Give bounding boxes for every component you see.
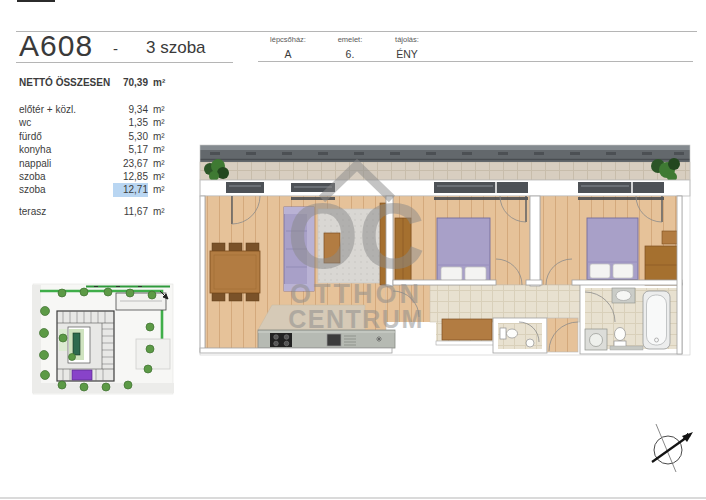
room-label: wc <box>19 116 113 129</box>
floor-value: 6. <box>319 48 381 60</box>
area-total-value: 70,39 <box>113 76 148 89</box>
hall-cabinet <box>442 319 492 340</box>
wc-room <box>493 318 547 353</box>
terrace-railing <box>200 145 690 162</box>
terrace-label: terasz <box>19 205 113 218</box>
header-top-rule <box>16 31 697 32</box>
watermark-line2: CENTRUM <box>288 305 424 333</box>
terrace-value: 11,67 <box>113 205 148 218</box>
room-value: 1,35 <box>113 116 148 129</box>
orientation-label: tájolás: <box>376 35 438 44</box>
room-unit: m² <box>153 116 175 129</box>
building-outline <box>57 311 114 381</box>
area-total-label: NETTÓ ÖSSZESEN <box>19 76 113 89</box>
watermark-monogram: OC <box>287 185 425 287</box>
room-value: 5,30 <box>113 130 148 143</box>
room-unit: m² <box>153 183 175 196</box>
floor-label: emelet: <box>319 35 381 44</box>
room-value: 12,85 <box>113 170 148 183</box>
watermark: OC OTTHON CENTRUM <box>287 165 425 333</box>
neighbor-building <box>116 293 166 310</box>
area-row: szoba 12,85 m² <box>19 170 189 183</box>
area-row: konyha 5,17 m² <box>19 143 189 156</box>
info-col-orientation: tájolás: ÉNY <box>376 35 438 60</box>
sink-icon <box>327 334 341 346</box>
room-unit: m² <box>153 143 175 156</box>
area-row: szoba 12,71 m² <box>19 183 189 196</box>
area-row: nappali 23,67 m² <box>19 157 189 170</box>
hallway-floor <box>430 285 580 322</box>
site-plan <box>32 283 174 397</box>
room-label: szoba <box>19 170 113 183</box>
orientation-value: ÉNY <box>376 48 438 60</box>
compass-icon <box>646 422 698 474</box>
highlighted-unit <box>72 370 92 380</box>
room-label: konyha <box>19 143 113 156</box>
room-label: fürdő <box>19 130 113 143</box>
niche-wall <box>436 341 494 345</box>
area-row: wc 1,35 m² <box>19 116 189 129</box>
room-value-highlighted: 12,71 <box>113 183 148 196</box>
terrace-floor <box>200 162 690 180</box>
area-total-unit: m² <box>153 76 175 89</box>
room-unit: m² <box>153 103 175 116</box>
room-label: előtér + közl. <box>19 103 113 116</box>
room-value: 9,34 <box>113 103 148 116</box>
dining-set <box>210 243 260 301</box>
staircase-value: A <box>257 48 319 60</box>
area-terrace-row: terasz 11,67 m² <box>19 205 189 218</box>
room-label: nappali <box>19 157 113 170</box>
floor-plan: OC OTTHON CENTRUM <box>196 115 692 365</box>
info-table-underline <box>258 61 693 62</box>
wardrobe-2 <box>645 246 678 285</box>
room-unit: m² <box>153 130 175 143</box>
info-col-staircase: lépcsőház: A <box>257 35 319 60</box>
stove-icon <box>270 333 292 347</box>
room-value: 23,67 <box>113 157 148 170</box>
room-label: szoba <box>19 183 113 196</box>
apartment-datasheet: A608 - 3 szoba lépcsőház: A emelet: 6. t… <box>0 0 706 500</box>
info-col-floor: emelet: 6. <box>319 35 381 60</box>
wc-sink-icon <box>526 339 534 347</box>
title-separator: - <box>113 40 118 57</box>
bed-2 <box>587 218 638 282</box>
area-row: előtér + közl. 9,34 m² <box>19 103 189 116</box>
courtyard-pool <box>73 333 80 355</box>
room-unit: m² <box>153 170 175 183</box>
room-value: 5,17 <box>113 143 148 156</box>
room-unit: m² <box>153 157 175 170</box>
area-rows: előtér + közl. 9,34 m² wc 1,35 m² fürdő … <box>19 103 189 197</box>
wc-toilet-tank <box>500 328 506 339</box>
wc-toilet-icon <box>507 329 518 338</box>
page-bottom-rule <box>0 497 706 499</box>
staircase-label: lépcsőház: <box>257 35 319 44</box>
unit-type: 3 szoba <box>146 38 206 58</box>
desk <box>662 231 678 244</box>
unit-id: A608 <box>19 29 93 63</box>
entry-floor <box>547 318 578 352</box>
scan-artifact <box>17 0 55 2</box>
terrace-unit: m² <box>153 205 175 218</box>
bath-toilet-icon <box>615 328 626 341</box>
area-row: fürdő 5,30 m² <box>19 130 189 143</box>
area-total-row: NETTÓ ÖSSZESEN 70,39 m² <box>19 76 189 89</box>
bed-1 <box>437 218 490 284</box>
